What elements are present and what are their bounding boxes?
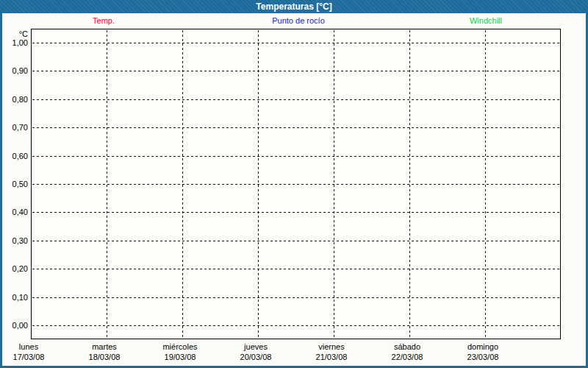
v-gridline (334, 30, 334, 339)
day-date: 22/03/08 (370, 352, 444, 362)
window-border-left (0, 13, 2, 368)
day-name: martes (68, 342, 141, 352)
y-tick-label: 0,60 (0, 151, 28, 161)
h-gridline (32, 297, 559, 298)
h-gridline (32, 212, 559, 213)
y-tick-label: 0,50 (0, 179, 28, 189)
x-day-label: miércoles19/03/08 (143, 342, 217, 362)
legend-item-windchill: Windchill (470, 16, 502, 26)
day-date: 23/03/08 (446, 352, 520, 362)
h-gridline (32, 127, 559, 128)
h-gridline (32, 71, 559, 71)
v-gridline (182, 30, 183, 339)
y-tick-label: 0,00 (0, 320, 28, 330)
legend-item-temp: Temp. (93, 16, 115, 26)
x-day-label: jueves20/03/08 (219, 342, 293, 362)
day-name: domingo (446, 342, 520, 352)
y-tick-label: 0,40 (0, 207, 28, 217)
v-gridline (107, 30, 107, 339)
x-day-label: domingo23/03/08 (446, 342, 520, 362)
x-day-label: sábado22/03/08 (370, 342, 444, 362)
y-tick-label: 1,00 (0, 38, 28, 48)
chart-title: Temperaturas [°C] (256, 1, 331, 12)
h-gridline (32, 241, 559, 241)
day-name: lunes (0, 342, 65, 352)
day-date: 19/03/08 (143, 352, 217, 362)
day-date: 17/03/08 (0, 352, 65, 362)
chart-title-bar: Temperaturas [°C] (0, 0, 588, 13)
x-day-label: martes18/03/08 (68, 342, 141, 362)
legend-item-dew-point: Punto de rocío (272, 16, 325, 26)
day-name: jueves (219, 342, 293, 352)
day-name: sábado (370, 342, 444, 352)
h-gridline (32, 43, 559, 43)
h-gridline (32, 184, 559, 185)
day-date: 18/03/08 (68, 352, 141, 362)
v-gridline (485, 30, 486, 339)
y-tick-label: 0,20 (0, 263, 28, 274)
h-gridline (32, 156, 559, 157)
chart-window: Temperaturas [°C] Temp. Punto de rocío W… (0, 0, 588, 368)
day-name: viernes (295, 342, 368, 352)
day-date: 20/03/08 (219, 352, 293, 362)
day-date: 21/03/08 (295, 352, 368, 362)
y-tick-label: 0,70 (0, 122, 28, 132)
h-gridline (32, 325, 559, 326)
v-gridline (409, 30, 410, 339)
x-day-label: viernes21/03/08 (295, 342, 368, 362)
x-day-label: lunes17/03/08 (0, 342, 65, 362)
v-gridline (258, 30, 259, 339)
y-tick-label: 0,30 (0, 236, 28, 246)
y-tick-label: 0,80 (0, 94, 28, 105)
day-name: miércoles (143, 342, 217, 352)
y-tick-label: 0,10 (0, 292, 28, 302)
h-gridline (32, 99, 559, 100)
h-gridline (32, 269, 559, 269)
y-tick-label: 0,90 (0, 66, 28, 76)
